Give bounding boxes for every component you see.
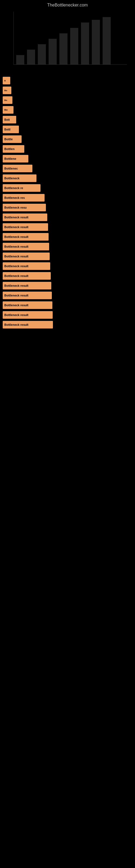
- chart-area: [3, 12, 132, 71]
- result-bar: Bottlene: [3, 155, 28, 162]
- result-row: Bottleneck result: [3, 311, 132, 319]
- result-row: Bottleneck result: [3, 243, 132, 250]
- result-bar: Bottleneck result: [3, 243, 49, 250]
- result-row: Bottleneck result: [3, 291, 132, 299]
- result-bar: Bo: [3, 106, 13, 114]
- result-bar: Bottleneck: [3, 175, 37, 182]
- result-bar: Bottleneck res: [3, 194, 45, 202]
- result-row: Bottlenec: [3, 165, 132, 172]
- result-row: Bottleneck result: [3, 233, 132, 241]
- result-row: Bottleneck result: [3, 282, 132, 289]
- result-row: Bottl: [3, 126, 132, 133]
- result-row: Bottleneck re: [3, 184, 132, 192]
- result-row: Bo: [3, 96, 132, 104]
- result-bar: Bottleneck result: [3, 282, 51, 289]
- svg-rect-8: [92, 20, 100, 65]
- result-bar: Bottleneck result: [3, 252, 50, 260]
- svg-rect-1: [16, 55, 24, 65]
- svg-rect-4: [49, 39, 57, 65]
- result-bar: Bottleneck result: [3, 311, 53, 319]
- result-bar: Bottleneck re: [3, 184, 41, 192]
- result-bar: Bottleneck result: [3, 262, 50, 270]
- result-row: Bottleneck result: [3, 252, 132, 260]
- result-row: Bottleneck result: [3, 272, 132, 280]
- result-bar: Bo: [3, 96, 12, 104]
- site-title: TheBottlenecker.com: [0, 0, 135, 9]
- result-row: Bottle: [3, 135, 132, 143]
- results-container: BBoBoBoBottBottlBottleBottlenBottleneBot…: [3, 74, 132, 329]
- result-row: Bottleneck result: [3, 223, 132, 231]
- result-bar: Bottleneck result: [3, 214, 47, 221]
- result-row: Bott: [3, 116, 132, 123]
- result-bar: Bottle: [3, 135, 21, 143]
- svg-rect-6: [70, 28, 78, 65]
- result-bar: Bottleneck result: [3, 321, 53, 329]
- result-bar: Bo: [3, 87, 11, 94]
- result-bar: B: [3, 77, 10, 84]
- result-bar: Bottlenec: [3, 165, 32, 172]
- result-bar: Bottleneck resu: [3, 204, 46, 211]
- result-row: Bottleneck resu: [3, 204, 132, 211]
- result-row: Bottleneck result: [3, 321, 132, 329]
- result-bar: Bottleneck result: [3, 233, 49, 241]
- svg-rect-5: [59, 33, 68, 65]
- svg-rect-2: [27, 50, 35, 65]
- result-row: Bottlen: [3, 145, 132, 153]
- svg-rect-3: [38, 44, 46, 65]
- result-bar: Bottleneck result: [3, 301, 52, 309]
- result-bar: Bott: [3, 116, 16, 123]
- result-row: Bo: [3, 106, 132, 114]
- result-bar: Bottlen: [3, 145, 24, 153]
- svg-rect-7: [81, 23, 89, 65]
- result-row: Bottleneck: [3, 175, 132, 182]
- result-row: Bottleneck result: [3, 262, 132, 270]
- result-row: Bottleneck result: [3, 301, 132, 309]
- svg-rect-9: [103, 17, 111, 65]
- result-bar: Bottleneck result: [3, 291, 52, 299]
- result-bar: Bottleneck result: [3, 272, 51, 280]
- result-row: Bottleneck res: [3, 194, 132, 202]
- result-row: Bo: [3, 87, 132, 94]
- result-row: B: [3, 77, 132, 84]
- result-bar: Bottl: [3, 126, 19, 133]
- result-bar: Bottleneck result: [3, 223, 48, 231]
- result-row: Bottlene: [3, 155, 132, 162]
- result-row: Bottleneck result: [3, 214, 132, 221]
